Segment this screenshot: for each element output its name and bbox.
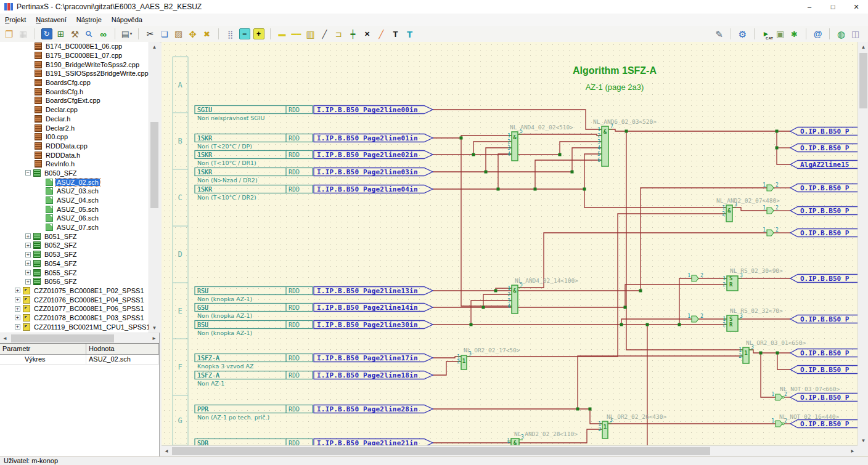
tree-item[interactable]: +CZZ01077_BC0008E1_P06_SPSS1 — [0, 304, 149, 313]
parameter-row[interactable]: VýkresASUZ_02.sch — [0, 355, 159, 365]
build-hammer-icon[interactable]: ⚒ — [68, 27, 82, 41]
mail-at-icon[interactable]: @ — [811, 27, 825, 41]
scrollbar-thumb[interactable] — [11, 334, 114, 342]
output-connector[interactable]: O.IP.B.B50_P — [790, 184, 858, 192]
tree-item-label[interactable]: B054_SFZ — [43, 260, 78, 267]
tree-item-label[interactable]: BoardsCfg.h — [44, 88, 84, 95]
wire[interactable] — [749, 350, 790, 353]
tree-item[interactable]: B190_BridgeWriteToSpss2.cpp — [0, 60, 149, 69]
tree-item-label[interactable]: CZZ01076_BC0008E1_P04_SPSS1 — [33, 296, 145, 304]
output-connector[interactable]: O.IP.B.B50_P — [790, 315, 858, 323]
wire[interactable] — [467, 214, 726, 357]
print-icon[interactable]: ▤▾ — [120, 27, 134, 41]
tree-item-label[interactable]: CZZ01119_BC0021M1_CPU1_SPSS1 — [33, 323, 149, 331]
chip-icon[interactable]: ▥ — [303, 27, 317, 41]
expand-icon[interactable]: + — [25, 243, 31, 248]
copy-icon[interactable]: ❏ — [157, 27, 171, 41]
draw-diagonal-icon[interactable]: ╱ — [374, 27, 388, 41]
scroll-up-icon[interactable]: ▲ — [858, 42, 868, 52]
junction-icon[interactable]: ┿ — [346, 27, 360, 41]
draw-net-icon[interactable]: ⊐ — [332, 27, 346, 41]
run-cat-icon[interactable]: ►CAT — [759, 27, 773, 41]
gate[interactable]: 1234567&NL_AND6_02_03<520> — [593, 118, 657, 166]
wire[interactable] — [608, 129, 790, 131]
move-item-icon[interactable]: ✥ — [186, 27, 200, 41]
open-project-icon[interactable]: ❐ — [2, 27, 16, 41]
tree-item[interactable]: BoardsCfg.h — [0, 87, 149, 96]
output-connector[interactable]: O.IP.B.B50_P — [790, 420, 858, 428]
tree-item-label[interactable]: B050_SFZ — [43, 169, 78, 177]
wire[interactable] — [621, 319, 692, 325]
input-connector[interactable]: 1SFZ-ARDDI.IP.B.B50_Page2line17inKnopka … — [195, 354, 433, 370]
tree-item-label[interactable]: ASUZ_04.sch — [55, 196, 100, 204]
tree-item[interactable]: +CZZ01075_BC0008E1_P02_SPSS1 — [0, 286, 149, 296]
tree-item-label[interactable]: BoardsCfg.cpp — [44, 79, 92, 86]
scroll-up-icon[interactable]: ▲ — [149, 42, 160, 52]
tree-item-label[interactable]: BoardsCfgExt.cpp — [44, 97, 102, 104]
settings-gear-icon[interactable]: ⚙ — [735, 27, 750, 41]
output-connector[interactable]: O.IP.B.B50_P — [790, 394, 858, 402]
scroll-right-icon[interactable]: ► — [848, 446, 858, 456]
tree-item-label[interactable]: CZZ01078_BC0008E1_P03_SPSS1 — [33, 314, 145, 321]
tree-item-label[interactable]: B056_SFZ — [43, 278, 78, 285]
tree-item-label[interactable]: Declar2.h — [44, 124, 76, 132]
tree-item-label[interactable]: I00.cpp — [44, 133, 69, 140]
gate[interactable]: 12 — [763, 227, 779, 236]
tree-item[interactable]: +CZZ01078_BC0008E1_P03_SPSS1 — [0, 313, 149, 323]
tree-item[interactable]: B191_SSIOSpss2BridgeWrite.cpp — [0, 69, 149, 78]
tree-item-label[interactable]: B174_BC0008E1_06.cpp — [44, 42, 123, 50]
tree-item[interactable]: I00.cpp — [0, 132, 149, 142]
output-connector[interactable]: O.IP.B.B50_P — [790, 207, 858, 215]
scroll-down-icon[interactable]: ▼ — [149, 323, 160, 333]
input-connector[interactable]: 1SKRRDDI.IP.B.B50_Page2line01inNon (T<20… — [195, 134, 433, 150]
export-image-icon[interactable]: ▣ — [773, 27, 787, 41]
edit-sheet-icon[interactable]: ✎ — [712, 27, 726, 41]
tree-vertical-scrollbar[interactable]: ▲ ▼ — [149, 42, 160, 333]
wire[interactable] — [584, 189, 726, 208]
tree-item-label[interactable]: B175_BC0008E1_07.cpp — [44, 52, 123, 59]
tree-item-label[interactable]: ASUZ_06.sch — [55, 214, 100, 222]
tree-item-label[interactable]: ASUZ_05.sch — [55, 206, 100, 213]
paste-icon[interactable]: ▨ — [171, 27, 186, 41]
tree-item[interactable]: Declar.h — [0, 115, 149, 124]
wire[interactable] — [518, 134, 602, 135]
close-button[interactable]: ✕ — [845, 0, 868, 14]
minimize-button[interactable]: – — [798, 0, 821, 14]
wire[interactable] — [578, 356, 743, 409]
tree-item-label[interactable]: CZZ01077_BC0008E1_P06_SPSS1 — [33, 305, 145, 312]
hierarchy-icon[interactable]: ⊞ — [54, 27, 68, 41]
expand-icon[interactable]: + — [25, 233, 31, 239]
pin-single-icon[interactable]: ▬ — [275, 27, 289, 41]
scrollbar-thumb[interactable] — [859, 53, 867, 108]
tree-item[interactable]: ASUZ_03.sch — [0, 187, 149, 196]
tree-item-label[interactable]: Declar.h — [44, 115, 72, 123]
output-connector[interactable]: AlgAZ2line15 — [790, 161, 858, 169]
gate[interactable]: 123SRNL_RS_02_30<90> — [723, 267, 783, 291]
zoom-in-icon[interactable]: + — [252, 27, 266, 41]
expand-icon[interactable]: + — [25, 270, 31, 275]
schematic-vertical-scrollbar[interactable]: ▲ ▼ — [858, 42, 868, 445]
gate[interactable]: 12345&NL_AND4_02_14<100> — [507, 277, 578, 313]
menu-projekt[interactable]: Projekt — [0, 15, 31, 25]
tree-item[interactable]: ASUZ_02.sch — [0, 177, 149, 187]
tree-item[interactable]: Declar.cpp — [0, 105, 149, 115]
output-connector[interactable]: O.IP.B.B50_P — [790, 127, 858, 135]
scroll-left-icon[interactable]: ◄ — [162, 446, 171, 456]
tree-item[interactable]: RevInfo.h — [0, 160, 149, 169]
tree-item-label[interactable]: B191_SSIOSpss2BridgeWrite.cpp — [44, 70, 149, 77]
tree-item-label[interactable]: Declar.cpp — [44, 106, 79, 113]
tree-item-label[interactable]: RDDData.cpp — [44, 142, 89, 150]
tree-item[interactable]: −B050_SFZ — [0, 169, 149, 178]
schematic-canvas[interactable]: ABCDEFGAlgorithm 1SFZ-AAZ-1 (page 2a3)SG… — [162, 42, 858, 445]
tree-item[interactable]: B174_BC0008E1_06.cpp — [0, 42, 149, 51]
tree-item[interactable]: +B053_SFZ — [0, 250, 149, 259]
scroll-left-icon[interactable]: ◄ — [0, 333, 10, 344]
tree-item[interactable]: +CZZ01119_BC0021M1_CPU1_SPSS1 — [0, 322, 149, 331]
input-connector[interactable]: SDRRDDI.IP.B.B50_Page2line21in — [195, 439, 433, 446]
expand-icon[interactable]: + — [15, 324, 20, 330]
output-connector[interactable]: O.IP.B.B50_P — [790, 275, 858, 283]
input-connector[interactable]: SGIURDDI.IP.B.B50_Page2line00inNon neisp… — [195, 106, 433, 122]
tree-item-label[interactable]: B052_SFZ — [43, 241, 78, 249]
tree-item[interactable]: RDDData.h — [0, 150, 149, 160]
output-connector[interactable]: O.IP.B.B50_P — [790, 144, 858, 152]
